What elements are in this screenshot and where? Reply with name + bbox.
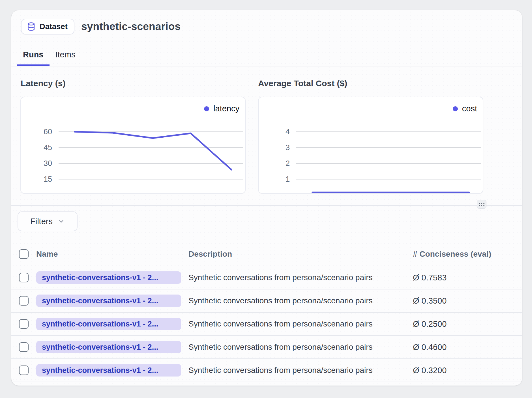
dataset-card: Dataset synthetic-scenarios Runs Items L… [11,10,522,386]
svg-text:3: 3 [286,143,290,152]
run-description: Synthetic conversations from persona/sce… [188,366,373,375]
chevron-down-icon [57,218,65,225]
run-name-badge[interactable]: synthetic-conversations-v1 - 2... [36,364,181,377]
table-row[interactable]: synthetic-conversations-v1 - 2...Synthet… [11,336,522,359]
latency-legend: latency [204,104,239,113]
cost-line-chart: 4321 [259,97,482,193]
svg-text:45: 45 [44,143,52,152]
tabs-divider [11,66,522,66]
conciseness-value: Ø 0.3200 [413,366,447,375]
tab-runs[interactable]: Runs [17,50,50,66]
tab-items[interactable]: Items [50,50,81,66]
select-all-checkbox[interactable] [19,249,29,259]
row-checkbox[interactable] [19,365,29,375]
table-header-row: Name Description # Conciseness (eval) [11,242,522,266]
cost-chart-panel: 4321 cost [258,97,483,194]
conciseness-value: Ø 0.3500 [413,296,447,306]
svg-text:30: 30 [44,159,52,168]
charts-divider [11,205,522,206]
conciseness-value: Ø 0.7583 [413,273,447,282]
runs-table-body: synthetic-conversations-v1 - 2...Synthet… [11,266,522,382]
table-row[interactable]: synthetic-conversations-v1 - 2...Synthet… [11,313,522,336]
row-checkbox[interactable] [19,319,29,329]
row-checkbox[interactable] [19,296,29,306]
filters-button[interactable]: Filters [18,211,78,231]
run-description: Synthetic conversations from persona/sce… [188,296,373,305]
cost-legend-dot-icon [453,106,458,111]
cost-chart-title: Average Total Cost ($) [258,79,347,88]
table-row[interactable]: synthetic-conversations-v1 - 2...Synthet… [11,266,522,289]
panel-resize-handle[interactable] [477,200,486,209]
run-description: Synthetic conversations from persona/sce… [188,319,373,328]
tab-bar: Runs Items [17,50,81,66]
filters-button-label: Filters [30,217,53,226]
conciseness-value: Ø 0.2500 [413,319,447,329]
database-icon [27,22,36,31]
column-header-description[interactable]: Description [188,250,232,259]
latency-legend-dot-icon [204,106,209,111]
svg-text:60: 60 [44,127,52,136]
cost-legend-label: cost [462,104,477,113]
dataset-badge: Dataset [21,19,74,34]
run-description: Synthetic conversations from persona/sce… [188,343,373,352]
table-row[interactable]: synthetic-conversations-v1 - 2...Synthet… [11,289,522,313]
page-header: Dataset synthetic-scenarios [21,19,181,34]
run-name-badge[interactable]: synthetic-conversations-v1 - 2... [36,295,181,307]
table-row[interactable]: synthetic-conversations-v1 - 2...Synthet… [11,359,522,382]
dataset-badge-label: Dataset [40,22,68,31]
column-header-name[interactable]: Name [36,250,58,259]
page-title: synthetic-scenarios [81,21,181,33]
run-name-badge[interactable]: synthetic-conversations-v1 - 2... [36,271,181,284]
latency-legend-label: latency [213,104,239,113]
svg-text:15: 15 [44,175,52,183]
column-header-conciseness[interactable]: # Conciseness (eval) [413,250,491,259]
latency-chart-panel: 60453015 latency [20,97,246,194]
latency-chart-title: Latency (s) [21,79,65,88]
run-name-badge[interactable]: synthetic-conversations-v1 - 2... [36,318,181,330]
dots-grid-icon [479,202,485,206]
svg-text:1: 1 [286,175,290,183]
run-description: Synthetic conversations from persona/sce… [188,273,373,282]
row-checkbox[interactable] [19,273,29,282]
cost-legend: cost [453,104,477,113]
conciseness-value: Ø 0.4600 [413,343,447,352]
row-checkbox[interactable] [19,342,29,352]
runs-table: Name Description # Conciseness (eval) sy… [11,242,522,382]
svg-text:2: 2 [286,159,290,168]
svg-text:4: 4 [286,127,290,136]
run-name-badge[interactable]: synthetic-conversations-v1 - 2... [36,341,181,353]
